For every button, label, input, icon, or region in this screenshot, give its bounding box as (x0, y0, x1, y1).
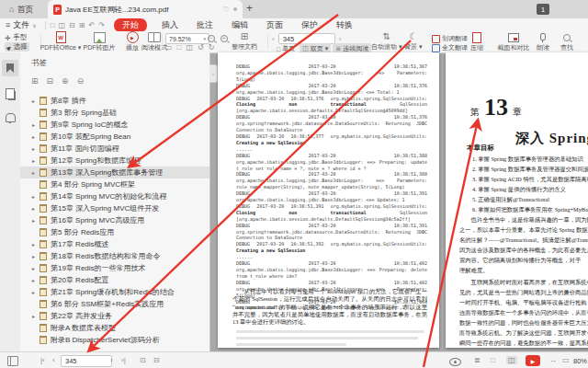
notification-badge[interactable]: 1 (537, 4, 549, 15)
bookmark-item[interactable]: ▸第22章 高并发业务 (20, 310, 209, 322)
new-tab-button[interactable]: + (246, 2, 253, 15)
actual-size-icon[interactable]: ◫ (186, 43, 193, 52)
bookmark-item[interactable]: ▸第12章 Spring和数据库编程 (20, 155, 209, 167)
word-translate-button[interactable]: 划词翻译 (432, 34, 468, 43)
status-zoom-value[interactable]: 80% (573, 357, 587, 365)
print-icon[interactable]: ⊞ (79, 21, 85, 29)
hand-tool[interactable]: ✛ 手型 (5, 33, 27, 42)
expand-caret-icon[interactable]: ▸ (32, 145, 40, 152)
background-button[interactable]: ☾ 背景 ▾ (404, 32, 422, 52)
undo-icon[interactable]: ↶ (88, 21, 95, 29)
save-icon[interactable]: ⊟ (69, 21, 75, 29)
expand-caret-icon[interactable]: ▸ (32, 98, 40, 104)
previous-page-button[interactable]: ‹ (52, 356, 55, 364)
bookmark-item[interactable]: ▸第13章 深入Spring数据库事务管理 (20, 167, 209, 178)
bookmark-item[interactable]: 第3 部分 Spring基础 (20, 107, 209, 119)
eye-protection-button[interactable] (449, 358, 461, 366)
read-aloud-button[interactable]: 朗读 (537, 32, 549, 52)
expand-caret-icon[interactable]: ▸ (32, 217, 40, 224)
continuous-view-button[interactable]: ≣ (474, 356, 481, 364)
expand-caret-icon[interactable]: ▸ (32, 205, 40, 212)
ribbon-tab-插入[interactable]: 插入 (158, 18, 182, 32)
bookmark-item[interactable]: 第5 部分 Redis应用 (20, 226, 209, 238)
ribbon-tab-保护[interactable]: 保护 (298, 18, 322, 32)
next-page-icon[interactable]: › (339, 35, 342, 43)
first-page-button[interactable]: |‹ (40, 356, 45, 364)
fit-width-button[interactable]: ↔ (549, 356, 557, 364)
last-page-button[interactable]: ›| (121, 356, 126, 364)
full-translate-button[interactable]: 全文翻译 (432, 43, 468, 52)
next-page-button[interactable]: › (110, 356, 113, 364)
expand-caret-icon[interactable]: ▸ (32, 253, 40, 259)
previous-view-button[interactable]: ⊡ (140, 356, 146, 364)
new-doc-icon[interactable]: □ (51, 21, 55, 29)
ribbon-tab-编辑[interactable]: 编辑 (228, 18, 252, 32)
expand-caret-icon[interactable]: ▸ (32, 169, 40, 176)
bookmark-item[interactable]: 第6 部分 SSM框架+Redis实践应用 (20, 298, 209, 310)
toolbar-button-2[interactable]: PDF转图片 (83, 32, 116, 52)
zoom-out-icon[interactable]: − (208, 35, 215, 42)
expand-caret-icon[interactable]: ▸ (32, 157, 40, 164)
toggle-panel-button[interactable] (7, 356, 18, 366)
expand-caret-icon[interactable]: ▸ (32, 121, 40, 128)
expand-caret-icon[interactable]: ▸ (32, 133, 40, 140)
compress-button[interactable]: 压缩 (470, 32, 483, 52)
next-view-button[interactable]: ⊟ (153, 356, 160, 364)
expand-all-icon[interactable]: ⊞ (31, 76, 39, 86)
bookmark-item[interactable]: ▸第21章 Spring缓存机制和Redis的结合 (20, 286, 209, 298)
bookmark-item[interactable]: ▸第14章 Spring MVC的初始化和流程 (20, 190, 209, 202)
ribbon-tab-批注[interactable]: 批注 (193, 18, 217, 32)
bookmark-item[interactable]: ▸第19章 Redis的一些常用技术 (20, 262, 209, 274)
zoom-in-icon[interactable]: + (220, 35, 228, 42)
bookmark-item[interactable]: ▸第15章 深入Spring MVC组件开发 (20, 202, 209, 214)
bookmark-item[interactable]: ▸第17章 Redis概述 (20, 238, 209, 250)
ribbon-tab-页面[interactable]: 页面 (263, 18, 287, 32)
expand-caret-icon[interactable]: ▸ (32, 241, 40, 247)
organize-document-button[interactable]: ⊞ 整理文档 (232, 32, 257, 52)
redo-icon[interactable]: ↷ (98, 21, 105, 29)
bookmark-item[interactable]: ▸第9章 Spring IoC的概念 (20, 119, 209, 131)
bookmark-item[interactable]: ▸第8章 插件 (20, 95, 209, 107)
bookmark-item[interactable]: ▸第11章 面向切面编程 (20, 143, 209, 155)
fit-width-icon[interactable]: ▭ (165, 43, 173, 52)
document-tab[interactable]: P Java EE互联网轻...234.com.pdf ♡ (48, 0, 243, 18)
expand-caret-icon[interactable]: ▸ (32, 193, 40, 200)
add-bookmark-icon[interactable]: ⊕ (62, 76, 69, 86)
bookmark-item[interactable]: 附录A 数据库表模型 (20, 322, 209, 334)
bookmark-item[interactable]: ▸第16章 Spring MVC高级应用 (20, 214, 209, 226)
favorite-icon[interactable]: ♡ (223, 6, 230, 14)
expand-caret-icon[interactable]: ▸ (32, 277, 40, 283)
ribbon-tab-转换[interactable]: 转换 (333, 18, 356, 32)
bookmark-item[interactable]: 第4 部分 Spring MVC框架 (20, 178, 209, 190)
find-button[interactable]: 查找 (560, 32, 573, 52)
bookmark-item[interactable]: ▸第10章 装配Spring Bean (20, 131, 209, 143)
previous-page-icon[interactable]: ‹ (272, 35, 275, 43)
bookmark-item[interactable]: 附录B DispatcherServlet源码分析 (20, 334, 209, 346)
bookmark-item[interactable]: ▸第18章 Redis数据结构和常用命令 (20, 250, 209, 262)
status-page-input[interactable]: 345 (61, 355, 112, 367)
bookmarks-panel-button[interactable] (2, 60, 18, 76)
expand-caret-icon[interactable]: ▸ (32, 313, 40, 319)
fullscreen-button[interactable]: ▭ (562, 356, 570, 364)
rotate-right-icon[interactable]: ↻ (209, 43, 215, 52)
single-page-view-button[interactable]: □ (491, 356, 495, 364)
collapse-all-icon[interactable]: ⊟ (47, 76, 54, 86)
select-tool[interactable]: ▶ 选择 (5, 42, 29, 52)
video-tutorial-button[interactable]: ▶ (526, 355, 540, 366)
fit-page-icon[interactable]: □ (177, 43, 182, 52)
open-folder-icon[interactable]: ◫ (59, 21, 66, 29)
toolbar-button-1[interactable]: WPDF转Office ▾ (44, 32, 77, 52)
file-menu[interactable]: ≡ 文件 ∨ (0, 19, 42, 31)
collapse-sidebar-button[interactable]: ‹ (209, 64, 218, 83)
ribbon-tab-开始[interactable]: 开始 (114, 18, 147, 32)
annotations-panel-button[interactable] (2, 109, 18, 126)
home-tab[interactable]: ⌂ 首页 (2, 0, 40, 18)
bookmark-item[interactable]: ▸第20章 Redis配置 (20, 274, 209, 286)
screenshot-compare-button[interactable]: 截图和对比 (494, 32, 533, 52)
expand-caret-icon[interactable]: ▸ (32, 289, 40, 295)
rotate-left-icon[interactable]: ↺ (198, 43, 204, 52)
auto-scroll-button[interactable]: ⇅ 自动滚动 ▾ (371, 32, 401, 52)
bookmark-settings-icon[interactable]: ⊖ (77, 76, 85, 86)
thumbnails-panel-button[interactable] (2, 86, 18, 102)
two-page-view-button[interactable]: ◫ (506, 356, 517, 364)
